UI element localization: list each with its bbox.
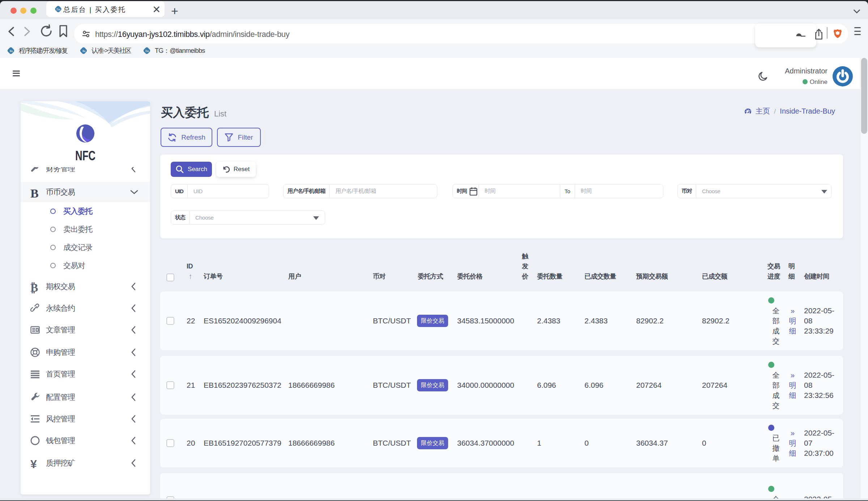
svg-text:Tm: Tm bbox=[145, 49, 149, 53]
svg-text:Tm: Tm bbox=[82, 49, 85, 53]
svg-text:Tm: Tm bbox=[56, 8, 60, 11]
svg-text:Tm: Tm bbox=[9, 49, 13, 53]
